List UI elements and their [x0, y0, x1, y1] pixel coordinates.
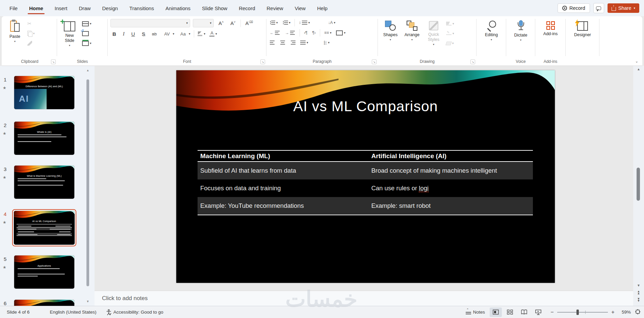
quick-styles-button[interactable]: Quick Styles ▾: [424, 18, 443, 46]
font-name-combobox[interactable]: ▾: [110, 19, 190, 27]
text-shadow-button[interactable]: S: [140, 31, 147, 37]
convert-to-smartart-button[interactable]: ⬱▾: [323, 39, 330, 46]
ltr-direction-button[interactable]: ›¶: [303, 29, 308, 36]
slideshow-view-button[interactable]: [532, 308, 544, 317]
text-highlight-button[interactable]: ▾: [197, 30, 206, 37]
decrease-indent-button[interactable]: ←: [269, 29, 281, 36]
align-right-button[interactable]: [289, 39, 296, 46]
slide-thumbnail-6[interactable]: [14, 300, 74, 306]
clipboard-dialog-launcher[interactable]: ↘: [51, 59, 56, 64]
designer-button[interactable]: Designer: [573, 18, 592, 38]
slide-layout-button[interactable]: ▾: [81, 20, 92, 27]
scroll-down-arrow[interactable]: ▼: [86, 300, 90, 303]
strikethrough-button[interactable]: ab: [150, 31, 159, 37]
table-cell[interactable]: Example: YouTube recommendations: [198, 202, 368, 210]
record-button[interactable]: Record: [558, 3, 590, 13]
rtl-direction-button[interactable]: ¶‹: [311, 29, 316, 36]
scroll-down-arrow[interactable]: ▼: [633, 284, 644, 287]
tab-animations[interactable]: Animations: [161, 1, 195, 15]
addins-button[interactable]: Add-ins: [541, 18, 560, 36]
drawing-dialog-launcher[interactable]: ↘: [470, 59, 475, 64]
notes-panel[interactable]: Click to add notes: [95, 291, 633, 306]
previous-slide-button[interactable]: ▲▲: [633, 290, 644, 294]
zoom-percentage[interactable]: 59%: [617, 310, 631, 315]
table-header-cell[interactable]: Artificial Intelligence (AI): [368, 152, 533, 160]
zoom-in-button[interactable]: +: [611, 309, 615, 315]
tab-insert[interactable]: Insert: [50, 1, 72, 15]
slide-thumbnail-4[interactable]: AI vs ML Comparison: [14, 211, 75, 245]
copy-button[interactable]: ▾: [27, 30, 35, 37]
scroll-up-arrow[interactable]: ▲: [86, 69, 90, 72]
slide-thumbnail-3[interactable]: What is Machine Learning (ML): [14, 166, 74, 199]
accessibility-status[interactable]: Accessibility: Good to go: [103, 309, 167, 315]
increase-indent-button[interactable]: →: [284, 29, 296, 36]
dictate-button[interactable]: Dictate ▾: [511, 18, 531, 42]
table-cell[interactable]: Subfield of AI that learns from data: [198, 167, 368, 174]
collapse-ribbon-button[interactable]: ⌄: [635, 59, 638, 64]
justify-button[interactable]: ▾: [300, 39, 309, 46]
table-cell[interactable]: Example: smart robot: [368, 202, 533, 210]
shape-effects-button[interactable]: ▾: [445, 40, 455, 47]
zoom-slider-thumb[interactable]: [576, 310, 579, 315]
font-color-button[interactable]: A▾: [209, 30, 218, 37]
slide-title[interactable]: AI vs ML Comparison: [176, 98, 555, 115]
cut-button[interactable]: ✂: [27, 20, 35, 27]
underline-button[interactable]: U: [129, 31, 137, 37]
paste-button[interactable]: Paste ▾: [5, 18, 25, 43]
shape-outline-button[interactable]: ▾: [445, 30, 455, 37]
sort-text-button[interactable]: ↓A▾: [328, 19, 336, 26]
editing-button[interactable]: Editing ▾: [482, 18, 501, 41]
slide-thumbnail-2[interactable]: Whate is (AI): [14, 122, 74, 155]
table-cell[interactable]: Focuses on data and training: [198, 185, 368, 192]
table-cell[interactable]: Broad concept of making machines intelli…: [368, 167, 533, 174]
tab-slide-show[interactable]: Slide Show: [197, 1, 232, 15]
normal-view-button[interactable]: [490, 308, 502, 317]
font-size-combobox[interactable]: ▾: [193, 19, 214, 27]
language-indicator[interactable]: English (United States): [47, 310, 100, 315]
comparison-table[interactable]: Machine Learning (ML) Artificial Intelli…: [198, 150, 533, 215]
line-spacing-button[interactable]: ↕▾: [298, 19, 311, 26]
share-button[interactable]: Share ▾: [608, 3, 639, 13]
tab-file[interactable]: File: [5, 1, 22, 15]
tab-home[interactable]: Home: [24, 1, 48, 15]
comments-button[interactable]: [593, 3, 604, 13]
tab-help[interactable]: Help: [312, 1, 332, 15]
zoom-slider[interactable]: [557, 312, 608, 313]
notes-toggle-button[interactable]: Notes: [463, 308, 488, 316]
bold-button[interactable]: B: [110, 31, 118, 37]
grow-font-button[interactable]: A˄: [216, 20, 226, 26]
numbering-button[interactable]: ▾: [282, 19, 291, 26]
align-center-button[interactable]: [279, 39, 286, 46]
tab-record[interactable]: Record: [234, 1, 260, 15]
columns-button[interactable]: ≡≡▾: [324, 29, 332, 36]
scrollbar-thumb[interactable]: [637, 168, 640, 201]
font-dialog-launcher[interactable]: ↘: [260, 59, 265, 64]
character-spacing-button[interactable]: AV▾: [161, 30, 175, 37]
current-slide[interactable]: AI vs ML Comparison Machine Learning (ML…: [176, 70, 555, 283]
tab-transitions[interactable]: Transitions: [125, 1, 159, 15]
slide-sorter-view-button[interactable]: [504, 308, 516, 317]
shrink-font-button[interactable]: A˅: [228, 20, 237, 26]
shapes-button[interactable]: Shapes ▾: [381, 18, 400, 41]
tab-review[interactable]: Review: [262, 1, 288, 15]
fit-slide-to-window-button[interactable]: [635, 309, 641, 316]
new-slide-button[interactable]: New Slide ▾: [60, 18, 79, 47]
clear-formatting-button[interactable]: A⌫: [243, 20, 255, 26]
paragraph-dialog-launcher[interactable]: ↘: [372, 59, 377, 64]
table-cell[interactable]: Can use rules or logi: [368, 185, 533, 192]
tab-draw[interactable]: Draw: [74, 1, 95, 15]
section-button[interactable]: ▾: [81, 40, 92, 47]
align-left-button[interactable]: [269, 39, 276, 46]
tab-view[interactable]: View: [290, 1, 310, 15]
scrollbar-thumb[interactable]: [86, 79, 89, 286]
reset-slide-button[interactable]: [81, 30, 92, 37]
change-case-button[interactable]: Aa▾: [178, 30, 191, 37]
arrange-button[interactable]: Arrange ▾: [402, 18, 422, 41]
bullets-button[interactable]: ▾: [269, 19, 279, 26]
italic-button[interactable]: I: [121, 31, 127, 37]
tab-design[interactable]: Design: [97, 1, 123, 15]
table-header-cell[interactable]: Machine Learning (ML): [198, 152, 368, 160]
reading-view-button[interactable]: [518, 308, 530, 317]
scroll-up-arrow[interactable]: ▲: [633, 67, 644, 71]
slide-thumbnail-5[interactable]: Applications: [14, 255, 74, 289]
